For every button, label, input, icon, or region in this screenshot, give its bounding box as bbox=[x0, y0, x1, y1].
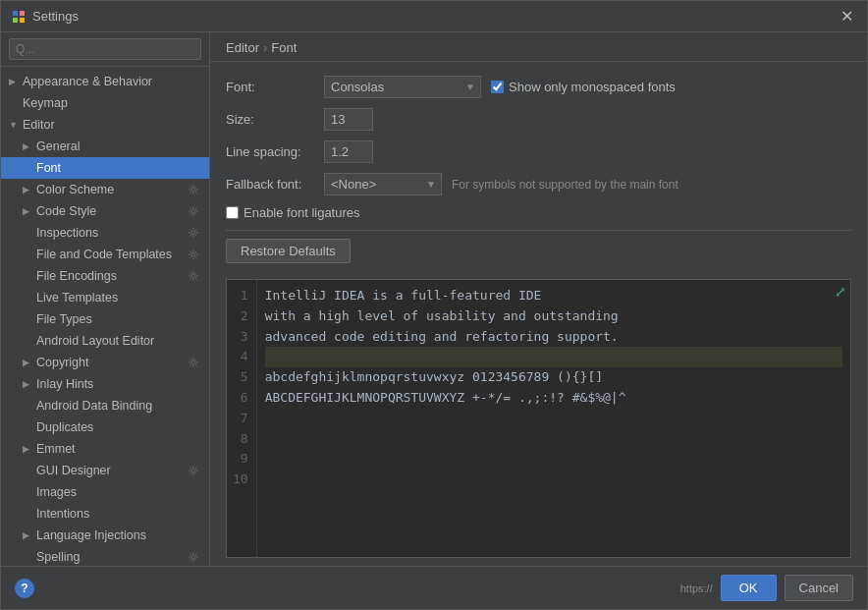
line-spacing-label: Line spacing: bbox=[226, 144, 324, 159]
restore-defaults-button[interactable]: Restore Defaults bbox=[226, 239, 351, 263]
sidebar-item-intentions[interactable]: Intentions bbox=[1, 503, 209, 525]
search-input[interactable] bbox=[9, 38, 201, 60]
code-line bbox=[265, 470, 842, 490]
line-number: 10 bbox=[233, 470, 248, 490]
title-bar: Settings ✕ bbox=[1, 1, 867, 32]
fallback-hint: For symbols not supported by the main fo… bbox=[452, 178, 678, 192]
sidebar-item-general[interactable]: ▶General bbox=[1, 136, 209, 157]
svg-point-7 bbox=[191, 252, 195, 256]
size-input[interactable] bbox=[324, 108, 373, 131]
app-icon bbox=[11, 9, 27, 25]
ok-button[interactable]: OK bbox=[721, 575, 777, 601]
sidebar-item-font[interactable]: Font bbox=[1, 157, 209, 179]
show-monospaced-checkbox[interactable] bbox=[491, 81, 504, 93]
cancel-button[interactable]: Cancel bbox=[785, 575, 853, 601]
footer: ? https:// OK Cancel bbox=[1, 566, 867, 609]
sidebar-item-file-encodings[interactable]: File Encodings bbox=[1, 265, 209, 287]
code-line: advanced code editing and refactoring su… bbox=[265, 327, 842, 348]
breadcrumb-current: Font bbox=[271, 40, 297, 55]
sidebar-item-gui-designer[interactable]: GUI Designer bbox=[1, 460, 209, 481]
sidebar-item-lang-injections[interactable]: ▶Language Injections bbox=[1, 525, 209, 546]
sidebar-item-label: Code Style bbox=[36, 204, 182, 218]
sidebar-item-inspections[interactable]: Inspections bbox=[1, 222, 209, 244]
sidebar-item-label: Emmet bbox=[36, 442, 201, 456]
sidebar-item-inlay-hints[interactable]: ▶Inlay Hints bbox=[1, 373, 209, 395]
sidebar-item-duplicates[interactable]: Duplicates bbox=[1, 416, 209, 438]
code-line bbox=[265, 347, 842, 367]
sidebar-item-label: Appearance & Behavior bbox=[23, 75, 201, 88]
dialog-body: ▶Appearance & BehaviorKeymap▼Editor▶Gene… bbox=[1, 32, 867, 566]
sidebar-item-appearance[interactable]: ▶Appearance & Behavior bbox=[1, 71, 209, 92]
code-line: IntelliJ IDEA is a full-featured IDE bbox=[265, 286, 842, 306]
arrow-icon: ▼ bbox=[9, 120, 23, 130]
divider bbox=[226, 230, 851, 231]
svg-point-11 bbox=[191, 555, 195, 559]
svg-rect-0 bbox=[13, 11, 18, 16]
line-numbers: 12345678910 bbox=[227, 280, 257, 557]
gear-icon bbox=[186, 182, 201, 197]
line-spacing-row: Line spacing: bbox=[226, 140, 851, 163]
sidebar-item-spelling[interactable]: Spelling bbox=[1, 546, 209, 566]
line-spacing-input[interactable] bbox=[324, 140, 373, 163]
svg-point-9 bbox=[191, 360, 195, 364]
line-number: 7 bbox=[233, 409, 248, 429]
help-button[interactable]: ? bbox=[15, 579, 34, 598]
sidebar-item-copyright[interactable]: ▶Copyright bbox=[1, 352, 209, 373]
code-line bbox=[265, 429, 842, 450]
sidebar-item-label: Android Layout Editor bbox=[36, 334, 201, 348]
sidebar-item-label: File Types bbox=[36, 312, 201, 326]
sidebar-item-label: GUI Designer bbox=[36, 464, 182, 477]
sidebar-item-label: Color Scheme bbox=[36, 183, 182, 196]
fallback-label: Fallback font: bbox=[226, 177, 324, 192]
font-label: Font: bbox=[226, 80, 324, 94]
font-row: Font: Consolas Courier New Monospace ▼ S… bbox=[226, 76, 851, 98]
svg-rect-1 bbox=[20, 11, 25, 16]
sidebar-item-android-layout[interactable]: Android Layout Editor bbox=[1, 330, 209, 352]
fallback-row: Fallback font: <None> ▼ For symbols not … bbox=[226, 173, 851, 195]
sidebar-item-label: Font bbox=[36, 161, 201, 175]
sidebar-item-code-style[interactable]: ▶Code Style bbox=[1, 200, 209, 222]
sidebar-item-label: Inlay Hints bbox=[36, 377, 201, 391]
arrow-icon: ▶ bbox=[23, 206, 36, 216]
sidebar-item-label: File and Code Templates bbox=[36, 248, 182, 261]
sidebar-item-android-data[interactable]: Android Data Binding bbox=[1, 395, 209, 416]
sidebar-item-label: Images bbox=[36, 485, 201, 499]
sidebar-item-label: Inspections bbox=[36, 226, 182, 240]
font-select[interactable]: Consolas Courier New Monospace bbox=[324, 76, 481, 98]
line-number: 8 bbox=[233, 429, 248, 450]
dialog-title: Settings bbox=[32, 9, 837, 24]
footer-left: ? bbox=[15, 579, 673, 598]
sidebar-item-label: Spelling bbox=[36, 550, 182, 564]
sidebar-item-color-scheme[interactable]: ▶Color Scheme bbox=[1, 179, 209, 200]
breadcrumb: Editor › Font bbox=[210, 32, 867, 62]
line-number: 5 bbox=[233, 367, 248, 388]
gear-icon bbox=[186, 203, 201, 219]
gear-icon bbox=[186, 463, 201, 478]
sidebar-item-editor[interactable]: ▼Editor bbox=[1, 114, 209, 136]
svg-point-5 bbox=[191, 209, 195, 213]
sidebar-item-keymap[interactable]: Keymap bbox=[1, 92, 209, 114]
line-number: 4 bbox=[233, 347, 248, 367]
sidebar-item-label: Keymap bbox=[23, 96, 201, 110]
sidebar-item-label: Intentions bbox=[36, 507, 201, 521]
line-number: 9 bbox=[233, 449, 248, 470]
sidebar-item-file-code-templates[interactable]: File and Code Templates bbox=[1, 244, 209, 265]
svg-point-4 bbox=[191, 188, 195, 192]
code-line bbox=[265, 449, 842, 470]
ligature-label[interactable]: Enable font ligatures bbox=[226, 205, 360, 220]
code-line: with a high level of usability and outst… bbox=[265, 306, 842, 327]
sidebar-item-file-types[interactable]: File Types bbox=[1, 308, 209, 330]
arrow-icon: ▶ bbox=[23, 185, 36, 194]
sidebar-item-live-templates[interactable]: Live Templates bbox=[1, 287, 209, 308]
close-button[interactable]: ✕ bbox=[837, 7, 857, 26]
fallback-select[interactable]: <None> bbox=[324, 173, 442, 195]
ligature-row: Enable font ligatures bbox=[226, 205, 851, 220]
code-content: IntelliJ IDEA is a full-featured IDEwith… bbox=[257, 280, 850, 557]
show-monospaced-label[interactable]: Show only monospaced fonts bbox=[491, 80, 676, 94]
sidebar-item-images[interactable]: Images bbox=[1, 481, 209, 503]
gear-icon bbox=[186, 268, 201, 284]
code-line bbox=[265, 409, 842, 429]
sidebar-item-label: Language Injections bbox=[36, 528, 201, 542]
ligature-checkbox[interactable] bbox=[226, 206, 239, 219]
sidebar-item-emmet[interactable]: ▶Emmet bbox=[1, 438, 209, 460]
